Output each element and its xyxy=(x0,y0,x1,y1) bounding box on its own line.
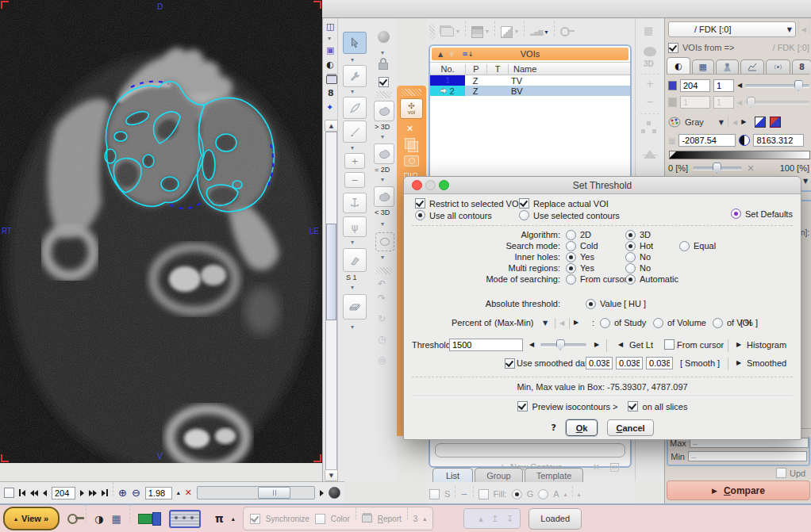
percent-slider-thumb[interactable] xyxy=(713,163,721,174)
lock-icon[interactable] xyxy=(379,63,388,70)
hierarchy-tree-icon[interactable] xyxy=(647,121,651,125)
automatic-radio[interactable] xyxy=(625,274,636,285)
compare-button[interactable]: ▶ Compare xyxy=(667,480,810,500)
view-menu-button[interactable]: ▴ View » xyxy=(3,507,60,530)
algorithm-3d-radio[interactable] xyxy=(625,230,636,240)
smooth-y-input[interactable] xyxy=(616,357,643,369)
tab-broadcast[interactable] xyxy=(766,59,790,74)
preview-isocontours-checkbox[interactable] xyxy=(517,401,528,411)
page-bottom-icon[interactable]: ↧ xyxy=(506,514,513,524)
open-voi-icon[interactable] xyxy=(440,27,454,36)
threshold-slider-thumb[interactable] xyxy=(556,339,565,350)
percent-next-arrow[interactable]: ▶ xyxy=(574,320,578,326)
voi-snapshot-icon[interactable] xyxy=(404,155,419,166)
undo-group-handle[interactable] xyxy=(376,267,392,274)
threshold-input[interactable] xyxy=(449,339,523,351)
inner-holes-no-radio[interactable] xyxy=(625,252,636,262)
use-all-contours-radio[interactable] xyxy=(415,210,425,220)
eraser-dropdown[interactable]: ▾ xyxy=(351,285,354,291)
get-lt-arrow[interactable]: ◀ xyxy=(618,342,623,348)
ok-button[interactable]: Ok xyxy=(566,419,598,436)
auto-contour-dropdown[interactable]: ▾ xyxy=(351,89,354,95)
threshold-inc-arrow[interactable]: ▶ xyxy=(594,342,599,348)
help-button[interactable]: ? xyxy=(551,423,555,433)
voi-delete-icon[interactable]: ✕ xyxy=(406,124,413,134)
mask-dropdown[interactable]: ▾ xyxy=(515,29,518,35)
colormap-prev-arrow[interactable]: ◀ xyxy=(732,119,737,126)
smoothed-label[interactable]: Smoothed xyxy=(747,358,786,368)
tab-link[interactable]: 8 xyxy=(792,59,811,74)
cine-preview-icon[interactable] xyxy=(169,510,201,528)
freehand-tool-button[interactable] xyxy=(343,97,367,119)
fast-forward-button[interactable] xyxy=(89,490,97,496)
contrast-icon[interactable]: ◐ xyxy=(326,59,334,70)
smooth-z-input[interactable] xyxy=(646,357,673,369)
strip-handle[interactable] xyxy=(402,89,421,96)
col-p[interactable]: P xyxy=(466,64,487,74)
study-prev-arrow[interactable]: ◀ xyxy=(801,26,806,33)
iso-2d-dropdown[interactable]: ▾ xyxy=(381,177,384,183)
toolbar-drag-handle[interactable] xyxy=(429,24,435,40)
iso-3d-down-button[interactable] xyxy=(374,186,394,207)
tab-layout[interactable]: ▦ xyxy=(692,59,714,74)
reset-view-icon[interactable]: ✕ xyxy=(185,488,192,498)
prev-slice-button[interactable] xyxy=(43,490,47,496)
pi-menu-arrow[interactable]: ▴ xyxy=(232,515,235,522)
percent-reset-icon[interactable]: × xyxy=(747,163,755,174)
key-icon[interactable] xyxy=(560,27,570,36)
dialog-zoom-button[interactable] xyxy=(439,180,449,190)
window-step-input[interactable] xyxy=(713,79,734,92)
use-selected-contours-radio[interactable] xyxy=(519,210,529,220)
sub-slider[interactable] xyxy=(745,101,809,104)
mirror-dropdown[interactable]: ▾ xyxy=(351,239,354,246)
search-equal-radio[interactable] xyxy=(679,241,690,251)
percent-slider[interactable] xyxy=(693,166,742,170)
sphere-tool-icon[interactable] xyxy=(378,31,390,43)
threshold-dec-arrow[interactable]: ◀ xyxy=(529,342,534,348)
replace-voi-checkbox[interactable] xyxy=(519,198,529,209)
link-chain-icon[interactable]: 8 xyxy=(328,88,334,98)
slice-number-input[interactable] xyxy=(52,487,75,499)
mirror-tool-button[interactable]: ψ xyxy=(343,216,367,237)
close-study-icon[interactable] xyxy=(138,512,161,526)
blob-3d-icon[interactable] xyxy=(644,47,656,56)
redo-icon[interactable]: ↷ xyxy=(378,293,386,304)
slice-scrollbar-thumb[interactable] xyxy=(326,224,336,320)
sub-slider-thumb[interactable] xyxy=(747,97,755,108)
fill-checkbox[interactable] xyxy=(479,489,489,499)
multi-regions-no-radio[interactable] xyxy=(625,263,636,274)
iso-3d-up-button[interactable] xyxy=(374,101,394,121)
page-up-icon[interactable]: ▴ xyxy=(479,514,483,524)
voi-move-button[interactable]: ✣ voi xyxy=(400,98,423,119)
save-voi-dropdown[interactable]: ▾ xyxy=(486,29,489,35)
col-no[interactable]: No. xyxy=(430,64,466,74)
layout-dropdown-arrow[interactable]: ▾ xyxy=(328,36,331,42)
threshold-slider[interactable] xyxy=(540,343,586,346)
brush-tool-button[interactable] xyxy=(343,121,367,143)
tab-template[interactable]: Template xyxy=(525,468,584,482)
lut-editor-icon[interactable] xyxy=(755,117,766,128)
restrict-voi-checkbox[interactable] xyxy=(415,198,425,209)
auto-contour-tool-button[interactable] xyxy=(343,65,367,87)
zoom-menu-arrow[interactable]: ▴ xyxy=(177,489,180,496)
hot-spot-tool-button[interactable] xyxy=(375,232,394,251)
sliver-dropdown-arrow[interactable]: ▼ xyxy=(803,178,808,185)
pan-scrollbar[interactable] xyxy=(197,486,315,499)
fill-more-arrow[interactable]: ▴ xyxy=(564,491,567,498)
slice-scroll-down-button[interactable]: ▼ xyxy=(325,469,338,481)
pi-tool-icon[interactable]: π xyxy=(215,512,224,525)
of-volume-radio[interactable] xyxy=(653,318,663,328)
zoom-in-icon[interactable]: ⊕ xyxy=(118,487,127,499)
cancel-button[interactable]: Cancel xyxy=(607,419,653,436)
eraser-3d-tool-button[interactable] xyxy=(343,294,367,320)
abs-value-radio[interactable] xyxy=(586,299,596,309)
col-t[interactable]: T xyxy=(487,64,509,74)
colormap-name[interactable]: Gray xyxy=(685,117,704,127)
inner-holes-yes-radio[interactable] xyxy=(566,252,576,262)
slice-scroll-up-button[interactable]: ▲ xyxy=(325,120,338,132)
ct-image-viewport[interactable]: D RT LE V xyxy=(0,0,322,463)
pyramid-marker-icon[interactable] xyxy=(644,144,656,159)
pointer-tool-button[interactable] xyxy=(343,32,367,54)
eraser-3d-dropdown[interactable]: ▾ xyxy=(351,324,354,331)
layout-count[interactable]: 3 xyxy=(413,515,418,523)
